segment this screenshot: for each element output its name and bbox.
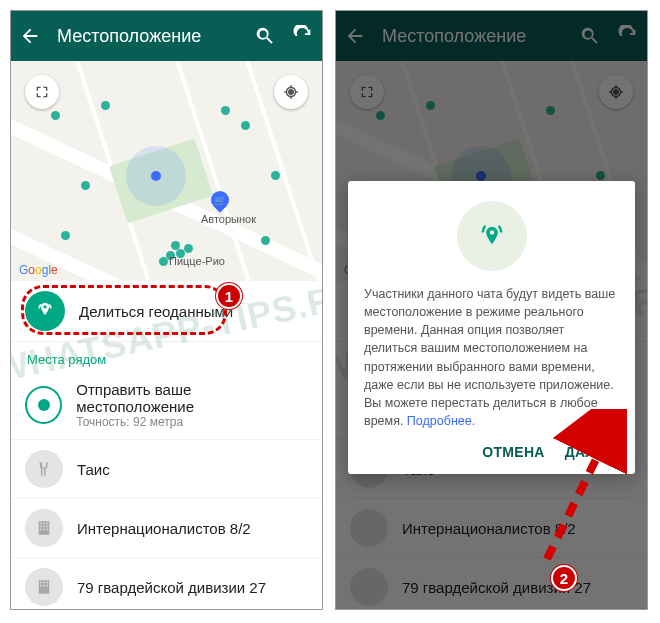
refresh-icon[interactable] — [292, 25, 314, 47]
fullscreen-button[interactable] — [25, 75, 59, 109]
place-title: Интернационалистов 8/2 — [77, 520, 251, 537]
dialog-body: Участники данного чата будут видеть ваше… — [364, 285, 619, 430]
back-icon[interactable] — [19, 25, 41, 47]
place-title: Таис — [77, 461, 110, 478]
place-icon — [25, 450, 63, 488]
building-icon — [25, 509, 63, 547]
send-location-accuracy: Точность: 92 метра — [76, 415, 308, 429]
share-live-location-row[interactable]: Делиться геоданными — [11, 281, 322, 342]
share-label: Делиться геоданными — [79, 303, 233, 320]
target-icon — [25, 386, 62, 424]
recenter-button[interactable] — [274, 75, 308, 109]
map-area[interactable]: 🛒 Авторынок Пицце-Рио Google — [11, 61, 322, 281]
search-icon[interactable] — [254, 25, 276, 47]
toolbar: Местоположение — [11, 11, 322, 61]
current-location-marker — [126, 146, 186, 206]
building-icon — [25, 568, 63, 606]
screen-1: Местоположение 🛒 Авторынок Пицце-Рио — [10, 10, 323, 610]
map-place-label[interactable]: Пицце-Рио — [169, 255, 225, 267]
nearby-place-row[interactable]: Интернационалистов 8/2 — [11, 499, 322, 558]
live-location-icon — [25, 291, 65, 331]
dialog-live-location-icon — [457, 201, 527, 271]
nearby-place-row[interactable]: 79 гвардейской дивизии 27 — [11, 558, 322, 610]
cancel-button[interactable]: ОТМЕНА — [482, 444, 544, 460]
place-title: 79 гвардейской дивизии 27 — [77, 579, 266, 596]
next-button[interactable]: ДАЛЕЕ — [565, 444, 615, 460]
dialog-more-link[interactable]: Подробнее. — [407, 414, 475, 428]
nearby-place-row[interactable]: Таис — [11, 440, 322, 499]
map-place-label[interactable]: Авторынок — [201, 213, 256, 225]
section-nearby-label: Места рядом — [11, 342, 322, 371]
send-location-title: Отправить ваше местоположение — [76, 381, 308, 415]
page-title: Местоположение — [57, 26, 201, 47]
map-attribution: Google — [19, 263, 58, 277]
callout-badge-1: 1 — [216, 283, 242, 309]
live-location-dialog: Участники данного чата будут видеть ваше… — [348, 181, 635, 474]
screen-2: Местоположение 🛒 Авторынок Google Делить… — [335, 10, 648, 610]
send-current-location-row[interactable]: Отправить ваше местоположение Точность: … — [11, 371, 322, 440]
callout-badge-2: 2 — [551, 565, 577, 591]
